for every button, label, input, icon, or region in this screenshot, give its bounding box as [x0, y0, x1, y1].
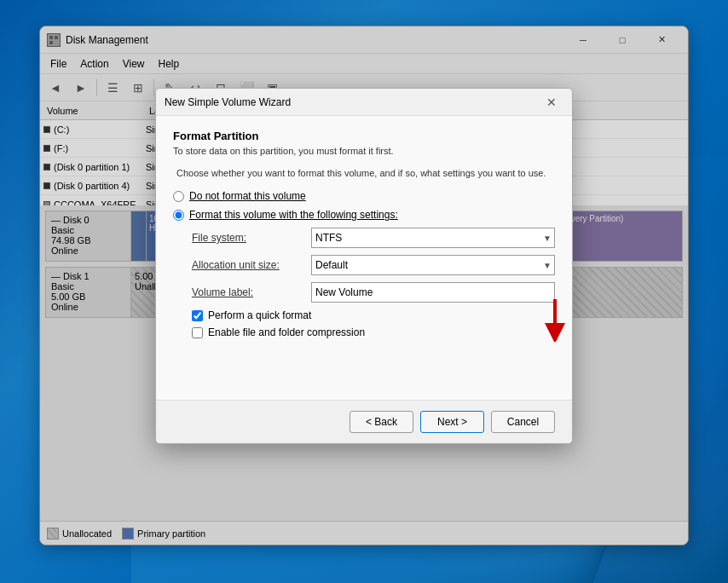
alloc-unit-row: Allocation unit size: Default 512 1024 2…	[192, 255, 555, 275]
quick-format-label[interactable]: Perform a quick format	[208, 309, 311, 321]
volume-label-row: Volume label:	[192, 282, 555, 303]
dialog-title-bar: New Simple Volume Wizard ✕	[156, 89, 572, 116]
dialog-body: Format Partition To store data on this p…	[156, 116, 572, 357]
modal-overlay: New Simple Volume Wizard ✕ Format Partit…	[0, 0, 728, 583]
format-settings: File system: NTFS FAT32 exFAT ▼ Allocati…	[192, 228, 555, 303]
radio-no-format-label[interactable]: Do not format this volume	[189, 190, 306, 202]
dialog-section-title: Format Partition	[173, 130, 555, 142]
format-partition-dialog: New Simple Volume Wizard ✕ Format Partit…	[155, 88, 573, 444]
compression-checkbox[interactable]	[192, 327, 203, 338]
radio-no-format-option: Do not format this volume	[173, 190, 555, 202]
volume-label-input[interactable]	[311, 282, 555, 303]
radio-format-label[interactable]: Format this volume with the following se…	[189, 209, 398, 221]
dialog-footer: < Back Next > Cancel	[156, 400, 572, 443]
cancel-button[interactable]: Cancel	[491, 411, 555, 433]
quick-format-checkbox[interactable]	[192, 310, 203, 321]
radio-format[interactable]	[173, 210, 184, 221]
quick-format-row: Perform a quick format	[192, 309, 555, 321]
volume-label-label: Volume label:	[192, 286, 311, 298]
alloc-unit-label: Allocation unit size:	[192, 259, 311, 271]
dialog-close-button[interactable]: ✕	[540, 92, 563, 113]
file-system-wrapper: NTFS FAT32 exFAT ▼	[311, 228, 555, 248]
compression-row: Enable file and folder compression	[192, 326, 555, 338]
dialog-instruction: Choose whether you want to format this v…	[173, 168, 555, 178]
alloc-unit-select[interactable]: Default 512 1024 2048 4096	[311, 255, 555, 275]
compression-label[interactable]: Enable file and folder compression	[208, 326, 365, 338]
next-button[interactable]: Next >	[420, 411, 484, 433]
file-system-select[interactable]: NTFS FAT32 exFAT	[311, 228, 555, 248]
file-system-label: File system:	[192, 232, 311, 244]
file-system-row: File system: NTFS FAT32 exFAT ▼	[192, 228, 555, 248]
alloc-unit-wrapper: Default 512 1024 2048 4096 ▼	[311, 255, 555, 275]
dialog-title: New Simple Volume Wizard	[165, 96, 540, 108]
radio-no-format[interactable]	[173, 191, 184, 202]
radio-format-option: Format this volume with the following se…	[173, 209, 555, 221]
back-button[interactable]: < Back	[350, 411, 413, 433]
dialog-section-desc: To store data on this partition, you mus…	[173, 146, 555, 156]
